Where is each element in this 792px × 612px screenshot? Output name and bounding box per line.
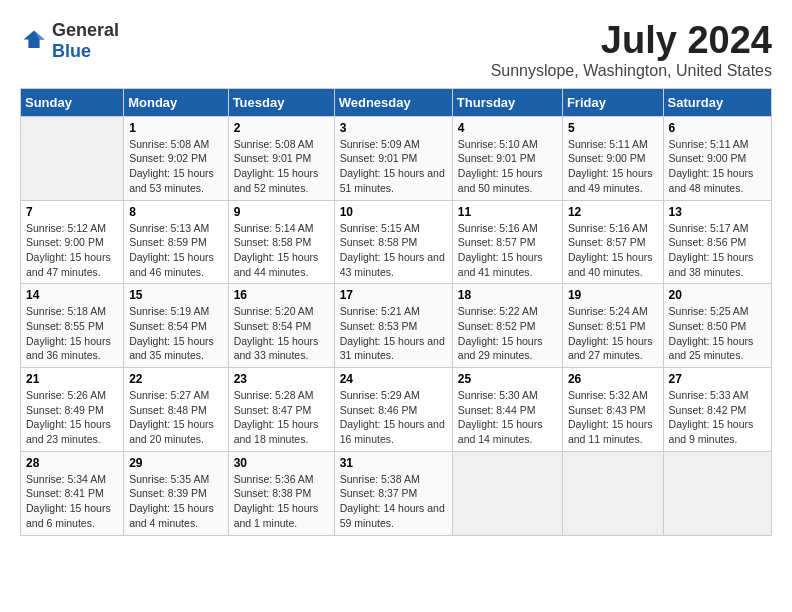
day-number: 13 [669,205,766,219]
logo-bird-icon [20,27,48,55]
location-title: Sunnyslope, Washington, United States [491,62,772,80]
month-title: July 2024 [491,20,772,62]
day-number: 20 [669,288,766,302]
calendar-cell: 27 Sunrise: 5:33 AMSunset: 8:42 PMDaylig… [663,368,771,452]
calendar-cell: 10 Sunrise: 5:15 AMSunset: 8:58 PMDaylig… [334,200,452,284]
header-day-friday: Friday [562,88,663,116]
calendar-cell: 1 Sunrise: 5:08 AMSunset: 9:02 PMDayligh… [124,116,228,200]
day-number: 25 [458,372,557,386]
day-number: 17 [340,288,447,302]
day-info: Sunrise: 5:22 AMSunset: 8:52 PMDaylight:… [458,304,557,363]
header: General Blue July 2024 Sunnyslope, Washi… [20,20,772,80]
day-number: 11 [458,205,557,219]
week-row-2: 7 Sunrise: 5:12 AMSunset: 9:00 PMDayligh… [21,200,772,284]
calendar-cell: 20 Sunrise: 5:25 AMSunset: 8:50 PMDaylig… [663,284,771,368]
calendar-cell: 3 Sunrise: 5:09 AMSunset: 9:01 PMDayligh… [334,116,452,200]
calendar-cell: 8 Sunrise: 5:13 AMSunset: 8:59 PMDayligh… [124,200,228,284]
day-info: Sunrise: 5:12 AMSunset: 9:00 PMDaylight:… [26,221,118,280]
header-day-tuesday: Tuesday [228,88,334,116]
week-row-1: 1 Sunrise: 5:08 AMSunset: 9:02 PMDayligh… [21,116,772,200]
day-number: 21 [26,372,118,386]
header-day-thursday: Thursday [452,88,562,116]
calendar-cell: 22 Sunrise: 5:27 AMSunset: 8:48 PMDaylig… [124,368,228,452]
day-number: 31 [340,456,447,470]
calendar-cell: 5 Sunrise: 5:11 AMSunset: 9:00 PMDayligh… [562,116,663,200]
day-info: Sunrise: 5:34 AMSunset: 8:41 PMDaylight:… [26,472,118,531]
day-info: Sunrise: 5:14 AMSunset: 8:58 PMDaylight:… [234,221,329,280]
day-info: Sunrise: 5:08 AMSunset: 9:02 PMDaylight:… [129,137,222,196]
day-info: Sunrise: 5:38 AMSunset: 8:37 PMDaylight:… [340,472,447,531]
day-info: Sunrise: 5:20 AMSunset: 8:54 PMDaylight:… [234,304,329,363]
week-row-3: 14 Sunrise: 5:18 AMSunset: 8:55 PMDaylig… [21,284,772,368]
day-number: 27 [669,372,766,386]
calendar-cell: 24 Sunrise: 5:29 AMSunset: 8:46 PMDaylig… [334,368,452,452]
day-info: Sunrise: 5:11 AMSunset: 9:00 PMDaylight:… [568,137,658,196]
day-info: Sunrise: 5:28 AMSunset: 8:47 PMDaylight:… [234,388,329,447]
calendar-cell: 17 Sunrise: 5:21 AMSunset: 8:53 PMDaylig… [334,284,452,368]
week-row-4: 21 Sunrise: 5:26 AMSunset: 8:49 PMDaylig… [21,368,772,452]
day-info: Sunrise: 5:36 AMSunset: 8:38 PMDaylight:… [234,472,329,531]
calendar-cell: 12 Sunrise: 5:16 AMSunset: 8:57 PMDaylig… [562,200,663,284]
day-info: Sunrise: 5:21 AMSunset: 8:53 PMDaylight:… [340,304,447,363]
day-info: Sunrise: 5:33 AMSunset: 8:42 PMDaylight:… [669,388,766,447]
calendar-cell [452,451,562,535]
day-number: 19 [568,288,658,302]
day-number: 23 [234,372,329,386]
calendar-cell: 25 Sunrise: 5:30 AMSunset: 8:44 PMDaylig… [452,368,562,452]
logo-blue-text: Blue [52,41,91,61]
calendar-cell [21,116,124,200]
calendar-cell: 2 Sunrise: 5:08 AMSunset: 9:01 PMDayligh… [228,116,334,200]
day-number: 7 [26,205,118,219]
header-row: SundayMondayTuesdayWednesdayThursdayFrid… [21,88,772,116]
day-number: 29 [129,456,222,470]
day-info: Sunrise: 5:29 AMSunset: 8:46 PMDaylight:… [340,388,447,447]
day-info: Sunrise: 5:10 AMSunset: 9:01 PMDaylight:… [458,137,557,196]
calendar-body: 1 Sunrise: 5:08 AMSunset: 9:02 PMDayligh… [21,116,772,535]
logo: General Blue [20,20,119,62]
day-info: Sunrise: 5:13 AMSunset: 8:59 PMDaylight:… [129,221,222,280]
calendar-cell: 16 Sunrise: 5:20 AMSunset: 8:54 PMDaylig… [228,284,334,368]
day-number: 16 [234,288,329,302]
calendar-cell: 21 Sunrise: 5:26 AMSunset: 8:49 PMDaylig… [21,368,124,452]
day-info: Sunrise: 5:17 AMSunset: 8:56 PMDaylight:… [669,221,766,280]
calendar-cell [663,451,771,535]
day-number: 15 [129,288,222,302]
logo-general-text: General [52,20,119,40]
calendar-cell: 4 Sunrise: 5:10 AMSunset: 9:01 PMDayligh… [452,116,562,200]
day-number: 4 [458,121,557,135]
day-number: 28 [26,456,118,470]
calendar-cell: 19 Sunrise: 5:24 AMSunset: 8:51 PMDaylig… [562,284,663,368]
calendar-table: SundayMondayTuesdayWednesdayThursdayFrid… [20,88,772,536]
day-number: 9 [234,205,329,219]
week-row-5: 28 Sunrise: 5:34 AMSunset: 8:41 PMDaylig… [21,451,772,535]
day-number: 30 [234,456,329,470]
calendar-cell: 28 Sunrise: 5:34 AMSunset: 8:41 PMDaylig… [21,451,124,535]
day-number: 1 [129,121,222,135]
header-day-wednesday: Wednesday [334,88,452,116]
title-area: July 2024 Sunnyslope, Washington, United… [491,20,772,80]
header-day-saturday: Saturday [663,88,771,116]
calendar-cell: 9 Sunrise: 5:14 AMSunset: 8:58 PMDayligh… [228,200,334,284]
calendar-header: SundayMondayTuesdayWednesdayThursdayFrid… [21,88,772,116]
day-info: Sunrise: 5:11 AMSunset: 9:00 PMDaylight:… [669,137,766,196]
day-info: Sunrise: 5:32 AMSunset: 8:43 PMDaylight:… [568,388,658,447]
day-info: Sunrise: 5:18 AMSunset: 8:55 PMDaylight:… [26,304,118,363]
calendar-cell: 18 Sunrise: 5:22 AMSunset: 8:52 PMDaylig… [452,284,562,368]
day-info: Sunrise: 5:19 AMSunset: 8:54 PMDaylight:… [129,304,222,363]
day-number: 24 [340,372,447,386]
calendar-cell: 14 Sunrise: 5:18 AMSunset: 8:55 PMDaylig… [21,284,124,368]
day-number: 18 [458,288,557,302]
day-info: Sunrise: 5:25 AMSunset: 8:50 PMDaylight:… [669,304,766,363]
calendar-cell: 29 Sunrise: 5:35 AMSunset: 8:39 PMDaylig… [124,451,228,535]
header-day-monday: Monday [124,88,228,116]
day-info: Sunrise: 5:15 AMSunset: 8:58 PMDaylight:… [340,221,447,280]
day-info: Sunrise: 5:26 AMSunset: 8:49 PMDaylight:… [26,388,118,447]
day-number: 22 [129,372,222,386]
day-info: Sunrise: 5:35 AMSunset: 8:39 PMDaylight:… [129,472,222,531]
day-info: Sunrise: 5:08 AMSunset: 9:01 PMDaylight:… [234,137,329,196]
calendar-cell: 11 Sunrise: 5:16 AMSunset: 8:57 PMDaylig… [452,200,562,284]
calendar-cell [562,451,663,535]
calendar-cell: 31 Sunrise: 5:38 AMSunset: 8:37 PMDaylig… [334,451,452,535]
day-info: Sunrise: 5:24 AMSunset: 8:51 PMDaylight:… [568,304,658,363]
calendar-cell: 13 Sunrise: 5:17 AMSunset: 8:56 PMDaylig… [663,200,771,284]
